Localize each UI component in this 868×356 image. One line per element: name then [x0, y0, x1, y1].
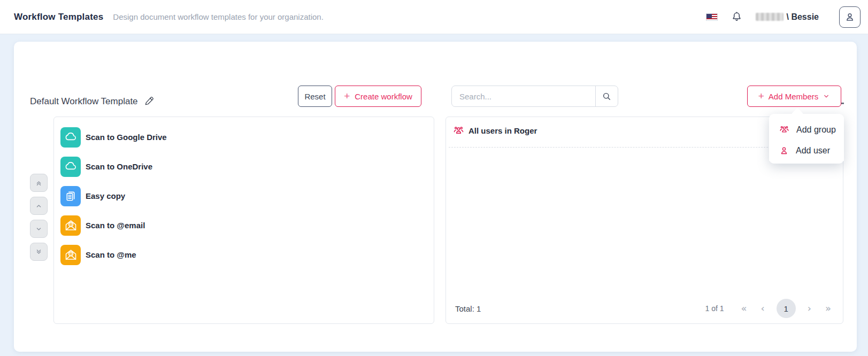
previous-page-button[interactable]: ‹ — [757, 304, 769, 313]
last-page-button[interactable]: » — [821, 304, 835, 313]
language-flag-icon[interactable] — [706, 13, 718, 21]
dropdown-item-label: Add group — [796, 125, 836, 135]
search-box — [451, 86, 618, 107]
card-title: Default Workflow Template — [30, 96, 138, 107]
copy-icon — [60, 186, 81, 206]
top-bar-titles: Workflow Templates Design document workf… — [14, 12, 324, 22]
cloud-icon — [60, 127, 81, 148]
reset-button[interactable]: Reset — [298, 86, 332, 107]
move-down-button[interactable] — [30, 220, 48, 238]
page-subtitle: Design document workflow templates for y… — [113, 12, 324, 21]
pagination: 1 of 1 « ‹ 1 › » — [705, 298, 835, 319]
card-title-row: Default Workflow Template — [30, 96, 155, 107]
account-name: \ Bessie — [756, 12, 819, 22]
add-members-label: Add Members — [769, 92, 818, 101]
last-page-icon: » — [825, 303, 831, 314]
search-button[interactable] — [595, 86, 618, 106]
plus-icon: + — [758, 91, 764, 101]
flag-canton — [706, 14, 712, 18]
total-count: Total: 1 — [455, 304, 481, 313]
chevron-up-icon — [35, 202, 43, 210]
workflow-item-easy-copy[interactable]: Easy copy — [60, 181, 434, 211]
search-icon — [601, 91, 612, 102]
create-workflow-button[interactable]: + Create workflow — [335, 86, 421, 107]
create-workflow-label: Create workflow — [355, 92, 412, 101]
workflow-label: Scan to @me — [86, 250, 136, 259]
workflow-label: Scan to Google Drive — [86, 133, 167, 142]
workflow-list-panel: Scan to Google Drive Scan to OneDrive Ea… — [53, 117, 434, 324]
members-footer: Total: 1 1 of 1 « ‹ 1 › » — [446, 298, 843, 319]
user-icon — [779, 145, 789, 156]
first-page-icon: « — [741, 303, 747, 314]
plus-icon: + — [344, 91, 350, 101]
workflow-label: Scan to OneDrive — [86, 162, 152, 171]
svg-text:@: @ — [68, 222, 72, 227]
user-icon — [844, 11, 856, 23]
group-icon — [779, 124, 790, 135]
workflow-item-scan-to-me[interactable]: @ Scan to @me — [60, 240, 434, 269]
chevron-down-icon — [823, 92, 830, 100]
double-chevron-down-icon — [35, 248, 43, 256]
current-page-button[interactable]: 1 — [777, 299, 796, 318]
edit-pencil-icon[interactable] — [143, 96, 155, 107]
next-page-button[interactable]: › — [803, 304, 816, 313]
mail-at-icon: @ — [60, 245, 81, 265]
dropdown-notch — [792, 108, 804, 120]
notifications-bell-icon[interactable] — [731, 11, 743, 23]
dropdown-item-add-user[interactable]: Add user — [769, 140, 844, 161]
top-bar: Workflow Templates Design document workf… — [0, 0, 868, 34]
next-page-icon: › — [808, 303, 811, 314]
svg-text:@: @ — [68, 251, 72, 256]
workflow-label: Easy copy — [86, 191, 125, 200]
previous-page-icon: ‹ — [761, 303, 765, 314]
move-to-top-button[interactable] — [30, 174, 48, 192]
double-chevron-up-icon — [35, 179, 43, 187]
page-title: Workflow Templates — [14, 12, 103, 22]
top-bar-actions: \ Bessie — [706, 6, 863, 28]
members-group-title: All users in Roger — [468, 126, 537, 135]
redacted-account-prefix — [756, 13, 783, 21]
members-group-row[interactable]: All users in Roger — [452, 125, 537, 137]
workflow-item-scan-to-google-drive[interactable]: Scan to Google Drive — [60, 122, 434, 152]
add-members-button[interactable]: + Add Members — [747, 86, 841, 107]
first-page-button[interactable]: « — [737, 304, 751, 313]
group-icon — [452, 125, 465, 137]
account-menu-button[interactable] — [839, 6, 861, 28]
dropdown-item-label: Add user — [796, 146, 830, 156]
reset-button-label: Reset — [304, 92, 325, 101]
workflow-label: Scan to @email — [86, 221, 145, 230]
cloud-icon — [60, 157, 81, 177]
move-up-button[interactable] — [30, 197, 48, 215]
chevron-down-icon — [35, 225, 43, 233]
workflow-template-card: Default Workflow Template Reset + Create… — [14, 42, 857, 352]
mail-at-icon: @ — [60, 215, 81, 236]
move-to-bottom-button[interactable] — [30, 243, 48, 261]
workflow-item-scan-to-email[interactable]: @ Scan to @email — [60, 211, 434, 240]
search-input[interactable] — [452, 86, 595, 106]
dropdown-item-add-group[interactable]: Add group — [769, 119, 844, 140]
username: \ Bessie — [787, 12, 819, 22]
page-info: 1 of 1 — [705, 304, 724, 313]
add-members-dropdown: Add group Add user — [769, 114, 844, 164]
workflow-item-scan-to-onedrive[interactable]: Scan to OneDrive — [60, 152, 434, 181]
